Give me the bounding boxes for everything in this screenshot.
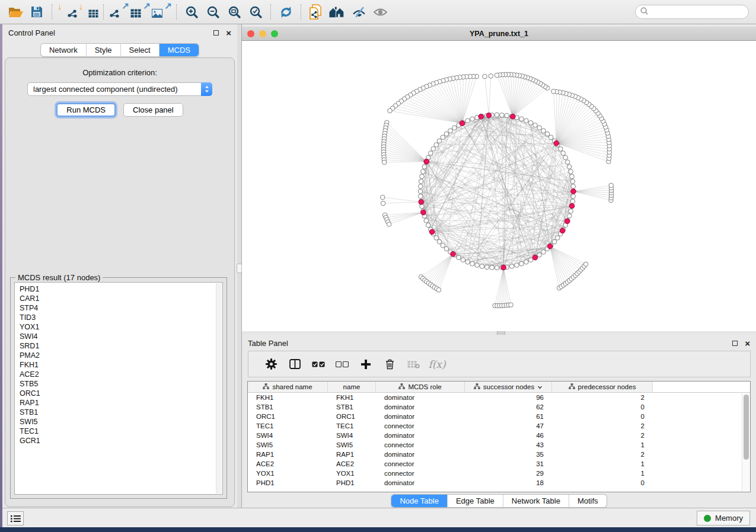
cell-MCDS-role: dominator (376, 431, 465, 440)
app-window: Control Panel × NetworkStyleSelectMCDS O… (2, 24, 756, 527)
column-header-shared-name[interactable]: shared name (248, 382, 328, 392)
network-home-icon[interactable] (327, 2, 348, 21)
column-header-name[interactable]: name (328, 382, 376, 392)
cell-name: ACE2 (328, 459, 376, 469)
cell-name: SWI4 (328, 431, 376, 440)
run-mcds-button[interactable]: Run MCDS (56, 103, 116, 117)
float-icon[interactable] (213, 30, 219, 36)
float-icon[interactable] (732, 341, 738, 346)
cell-MCDS-role: connector (376, 440, 465, 450)
mcds-result-item[interactable]: STP4 (20, 303, 222, 313)
share-network-document-icon[interactable] (305, 2, 327, 21)
cell-predecessor-nodes: 2 (552, 393, 653, 402)
mcds-result-item[interactable]: FKH1 (20, 360, 222, 370)
table-row[interactable]: ORC1ORC1dominator610 (248, 412, 750, 421)
table-row[interactable]: STB1STB1dominator620 (248, 402, 750, 412)
function-builder-icon[interactable]: f(x) (425, 354, 449, 374)
memory-button[interactable]: Memory (697, 511, 750, 525)
mcds-result-list[interactable]: PHD1CAR1STP4TID3YOX1SWI4SRD1PMA2FKH1ACE2… (14, 282, 223, 495)
cell-predecessor-nodes: 1 (552, 469, 653, 478)
hide-graphics-details-icon[interactable] (348, 2, 369, 21)
export-table-icon[interactable]: ↗ (129, 2, 151, 21)
tab-network-table[interactable]: Network Table (503, 495, 569, 507)
column-header-predecessor-nodes[interactable]: predecessor nodes (552, 382, 653, 392)
save-session-icon[interactable] (26, 2, 47, 21)
mcds-result-item[interactable]: RAP1 (20, 398, 222, 408)
mcds-result-item[interactable]: SWI4 (20, 332, 222, 341)
close-icon[interactable]: × (745, 341, 750, 346)
optimization-criterion-select[interactable]: largest connected component (undirected) (27, 82, 212, 96)
mcds-result-item[interactable]: SRD1 (20, 341, 222, 351)
column-header-successor-nodes[interactable]: successor nodes (465, 382, 552, 392)
mcds-result-item[interactable]: GCR1 (20, 436, 222, 446)
cell-predecessor-nodes: 2 (552, 431, 653, 440)
zoom-in-icon[interactable] (181, 2, 202, 21)
show-columns-icon[interactable] (283, 354, 307, 374)
mcds-result-item[interactable]: ORC1 (20, 389, 222, 398)
vertical-splitter-grip[interactable] (237, 264, 242, 273)
mcds-result-item[interactable]: CAR1 (20, 294, 222, 303)
export-image-icon[interactable]: ↗ (151, 2, 172, 21)
tab-style[interactable]: Style (86, 44, 120, 56)
delete-table-icon[interactable] (401, 354, 425, 374)
close-panel-button[interactable]: Close panel (123, 103, 183, 117)
table-panel-titlebar: Table Panel × (242, 335, 756, 351)
tab-mcds[interactable]: MCDS (159, 44, 199, 56)
import-table-icon[interactable]: ↓ (78, 2, 99, 21)
mcds-scrollbar[interactable] (216, 283, 222, 493)
mcds-result-item[interactable]: YOX1 (20, 322, 222, 332)
export-network-icon[interactable]: ↗ (108, 2, 129, 21)
tab-select[interactable]: Select (120, 44, 159, 56)
tab-network[interactable]: Network (41, 44, 86, 56)
table-row[interactable]: FKH1FKH1dominator962 (248, 393, 750, 402)
mcds-result-item[interactable]: STB1 (20, 408, 222, 417)
import-network-icon[interactable]: ↓ (56, 2, 78, 21)
mcds-result-item[interactable]: PHD1 (20, 284, 222, 294)
cell-shared-name: PHD1 (248, 478, 328, 488)
tab-motifs[interactable]: Motifs (569, 495, 607, 507)
table-row[interactable]: ACE2ACE2connector311 (248, 459, 750, 469)
table-settings-gear-icon[interactable] (259, 354, 283, 374)
refresh-view-icon[interactable] (275, 2, 296, 21)
delete-column-icon[interactable] (378, 354, 401, 374)
search-input[interactable] (651, 8, 744, 16)
tab-edge-table[interactable]: Edge Table (447, 495, 503, 507)
table-row[interactable]: PHD1PHD1dominator180 (248, 478, 750, 488)
vertical-splitter[interactable] (237, 24, 242, 508)
zoom-selected-icon[interactable] (245, 2, 266, 21)
eye-icon[interactable] (369, 2, 391, 21)
close-window-icon[interactable] (247, 30, 254, 37)
column-header-MCDS-role[interactable]: MCDS role (376, 382, 465, 392)
list-icon (11, 515, 21, 523)
network-window-titlebar[interactable]: YPA_prune.txt_1 (242, 27, 756, 41)
select-all-icon[interactable] (307, 354, 330, 374)
memory-status-icon (704, 515, 711, 522)
table-row[interactable]: YOX1YOX1connector291 (248, 469, 750, 478)
deselect-all-icon[interactable] (330, 354, 354, 374)
table-scrollbar[interactable] (742, 393, 750, 491)
tab-node-table[interactable]: Node Table (391, 495, 447, 507)
mcds-result-item[interactable]: TEC1 (20, 427, 222, 436)
add-column-icon[interactable] (354, 354, 378, 374)
search-field[interactable] (635, 5, 749, 19)
minimize-window-icon[interactable] (259, 30, 266, 37)
zoom-out-icon[interactable] (202, 2, 224, 21)
mcds-result-item[interactable]: PMA2 (20, 351, 222, 360)
mcds-result-item[interactable]: TID3 (20, 313, 222, 322)
zoom-fit-icon[interactable] (224, 2, 245, 21)
table-row[interactable]: TEC1TEC1connector472 (248, 421, 750, 431)
cell-shared-name: SWI4 (248, 431, 328, 440)
mcds-result-item[interactable]: STB5 (20, 379, 222, 389)
table-row[interactable]: SWI5SWI5connector431 (248, 440, 750, 450)
table-scrollbar-thumb[interactable] (744, 395, 749, 460)
maximize-window-icon[interactable] (271, 30, 278, 37)
mcds-result-item[interactable]: SWI5 (20, 417, 222, 427)
close-icon[interactable]: × (226, 30, 231, 36)
task-history-button[interactable] (7, 511, 24, 525)
mcds-result-item[interactable]: ACE2 (20, 370, 222, 379)
table-row[interactable]: SWI4SWI4dominator462 (248, 431, 750, 440)
table-row[interactable]: RAP1RAP1dominator352 (248, 450, 750, 459)
shared-column-icon (263, 383, 269, 390)
network-canvas[interactable] (242, 41, 756, 331)
open-session-icon[interactable] (5, 2, 26, 21)
